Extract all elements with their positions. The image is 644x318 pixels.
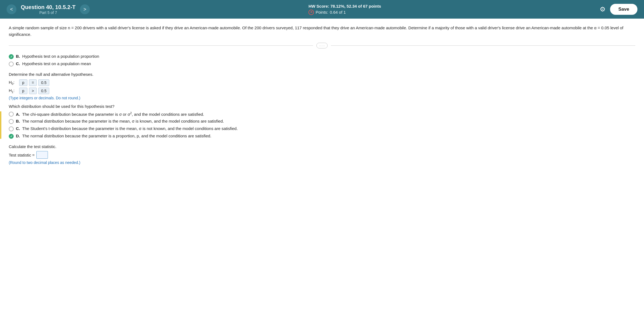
settings-button[interactable]: ⚙ [600,5,606,13]
points-icon: ✕ [308,10,314,15]
divider: · · · [9,43,635,48]
dist-option-D-label: D. The normal distribution because the p… [16,134,211,138]
hypotheses-heading: Determine the null and alternative hypot… [9,72,635,77]
header-score: HW Score: 78.12%, 52.34 of 67 points ✕ P… [308,4,381,15]
dist-option-A-label: A. The chi-square distribution because t… [16,111,204,117]
dist-radio-D[interactable] [9,134,14,139]
divider-line-right [331,45,635,46]
test-stat-row: Test statistic = [9,151,635,159]
h1-label: H1: [9,88,18,94]
hypotheses-hint: (Type integers or decimals. Do not round… [9,96,635,100]
round-hint: (Round to two decimal places as needed.) [9,160,635,165]
question-part: Part 5 of 7 [21,10,76,15]
header-title: Question 40, 10.5.2-T Part 5 of 7 [21,4,76,15]
option-B-label: B. Hypothesis test on a population propo… [16,54,99,59]
radio-C[interactable] [9,62,14,67]
points-label: Points: [316,10,328,15]
h0-label: H0: [9,80,18,85]
h1-var[interactable]: p [19,88,27,94]
header-nav: < Question 40, 10.5.2-T Part 5 of 7 > [7,4,90,15]
dist-option-B-row: B. The normal distribution because the p… [9,119,635,124]
prev-button[interactable]: < [7,4,16,14]
problem-text: A simple random sample of size n = 200 d… [9,25,635,38]
question-title: Question 40, 10.5.2-T [21,4,76,10]
h1-val[interactable]: 0.5 [38,88,49,94]
yellow-marker [0,111,1,139]
dist-radio-C[interactable] [9,126,14,131]
dist-option-B-label: B. The normal distribution because the p… [16,119,224,123]
content-area: A simple random sample of size n = 200 d… [0,19,644,173]
radio-B[interactable] [9,54,14,59]
dist-option-D-row: D. The normal distribution because the p… [9,134,635,139]
h0-row: H0: p = 0.5 [9,79,635,86]
part1-options: B. Hypothesis test on a population propo… [9,54,635,67]
dist-option-C-row: C. The Student's t-distribution because … [9,126,635,131]
distribution-options: A. The chi-square distribution because t… [9,111,635,139]
header: < Question 40, 10.5.2-T Part 5 of 7 > HW… [0,0,644,19]
divider-line-left [9,45,313,46]
h1-row: H1: p > 0.5 [9,88,635,94]
calculate-heading: Calculate the test statistic. [9,144,635,149]
h0-var[interactable]: p [19,79,27,86]
h0-val[interactable]: 0.5 [38,79,49,86]
option-row-C: C. Hypothesis test on a population mean [9,61,635,67]
test-stat-input[interactable] [36,151,48,159]
header-right: ⚙ Save [600,4,637,15]
dist-radio-B[interactable] [9,119,14,124]
points-row: ✕ Points: 0.64 of 1 [308,10,346,15]
hw-score: HW Score: 78.12%, 52.34 of 67 points [308,4,381,8]
distribution-question: Which distribution should be used for th… [9,104,635,109]
option-C-label: C. Hypothesis test on a population mean [16,61,91,66]
dist-option-A-row: A. The chi-square distribution because t… [9,111,635,117]
points-value: 0.64 of 1 [330,10,346,15]
option-row-B: B. Hypothesis test on a population propo… [9,54,635,59]
hw-score-value: 78.12%, 52.34 of 67 points [330,4,381,8]
hw-score-label: HW Score: [308,4,329,8]
dist-radio-A[interactable] [9,112,14,117]
dist-option-C-label: C. The Student's t-distribution because … [16,126,238,131]
h0-op[interactable]: = [29,79,37,86]
next-button[interactable]: > [80,4,90,14]
divider-dots: · · · [316,43,327,48]
test-stat-label: Test statistic = [9,153,35,157]
h1-op[interactable]: > [29,88,37,94]
save-button[interactable]: Save [610,4,637,15]
